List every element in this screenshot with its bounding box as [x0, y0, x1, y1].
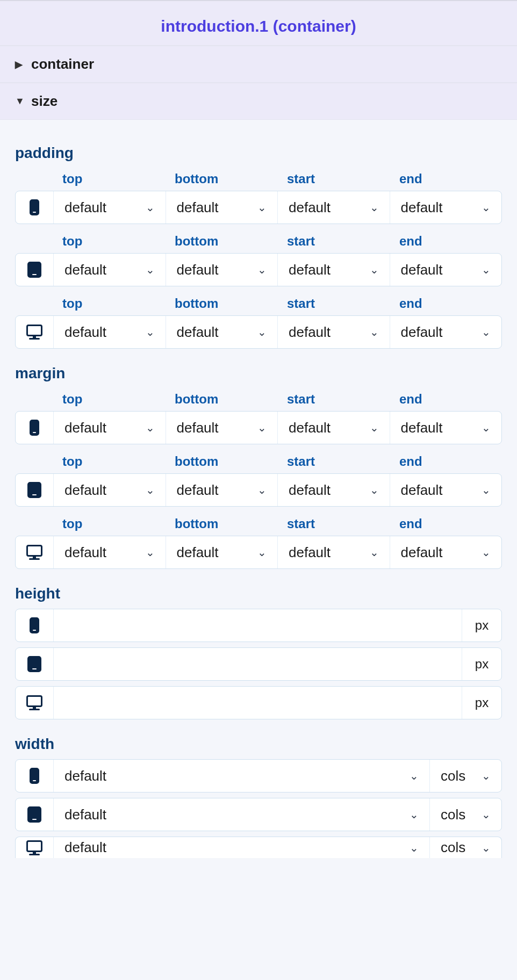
panel-title: introduction.1 (container): [0, 0, 517, 46]
chevron-down-icon: ⌄: [146, 201, 155, 214]
chevron-down-icon: ⌄: [482, 841, 491, 854]
label-width: width: [15, 736, 502, 753]
padding-desktop-bottom[interactable]: default⌄: [166, 316, 278, 348]
margin-row-desktop: default⌄ default⌄ default⌄ default⌄: [15, 536, 502, 569]
margin-row-mobile: default⌄ default⌄ default⌄ default⌄: [15, 411, 502, 444]
desktop-icon: [26, 695, 42, 707]
height-mobile-input[interactable]: [53, 609, 462, 642]
col-end: end: [390, 171, 502, 186]
margin-desktop-bottom[interactable]: default⌄: [166, 536, 278, 568]
padding-row-mobile: default⌄ default⌄ default⌄ default⌄: [15, 191, 502, 224]
height-row-tablet: px: [15, 647, 502, 681]
col-top: top: [53, 516, 165, 531]
desktop-icon: [26, 840, 42, 852]
chevron-down-icon: ⌄: [410, 808, 419, 821]
tablet-icon: [27, 656, 41, 672]
section-container[interactable]: ▶ container: [0, 46, 517, 83]
chevron-down-icon: ⌄: [146, 326, 155, 338]
col-end: end: [390, 234, 502, 249]
section-size[interactable]: ▼ size: [0, 83, 517, 120]
padding-header-desktop: top bottom start end: [15, 296, 502, 311]
margin-mobile-bottom[interactable]: default⌄: [166, 412, 278, 444]
chevron-down-icon: ⌄: [257, 201, 267, 214]
desktop-icon: [26, 545, 42, 557]
chevron-down-icon: ⌄: [370, 546, 379, 559]
col-bottom: bottom: [165, 171, 277, 186]
width-mobile-unit[interactable]: cols⌄: [429, 760, 501, 792]
padding-row-desktop: default⌄ default⌄ default⌄ default⌄: [15, 315, 502, 349]
margin-mobile-start[interactable]: default⌄: [277, 412, 390, 444]
section-label-size: size: [31, 93, 58, 110]
col-top: top: [53, 234, 165, 249]
chevron-down-icon: ⌄: [482, 326, 491, 338]
height-tablet-unit: px: [462, 648, 501, 680]
padding-desktop-end[interactable]: default⌄: [390, 316, 502, 348]
margin-tablet-end[interactable]: default⌄: [390, 474, 502, 506]
height-mobile-unit: px: [462, 609, 501, 642]
padding-header-mobile: top bottom start end: [15, 171, 502, 186]
margin-tablet-bottom[interactable]: default⌄: [166, 474, 278, 506]
chevron-down-icon: ⌄: [146, 546, 155, 559]
chevron-down-icon: ⌄: [370, 326, 379, 338]
width-tablet-unit[interactable]: cols⌄: [429, 798, 501, 831]
chevron-down-icon: ⌄: [370, 484, 379, 496]
margin-desktop-start[interactable]: default⌄: [277, 536, 390, 568]
height-desktop-input[interactable]: [53, 687, 462, 719]
section-label-container: container: [31, 56, 94, 73]
chevron-down-icon: ⌄: [482, 808, 491, 821]
col-start: start: [277, 296, 390, 311]
padding-desktop-start[interactable]: default⌄: [277, 316, 390, 348]
padding-tablet-bottom[interactable]: default⌄: [166, 254, 278, 286]
chevron-down-icon: ⌄: [410, 841, 419, 854]
col-bottom: bottom: [165, 392, 277, 407]
padding-tablet-start[interactable]: default⌄: [277, 254, 390, 286]
padding-tablet-top[interactable]: default⌄: [53, 254, 166, 286]
width-tablet-select[interactable]: default⌄: [53, 798, 429, 831]
tablet-icon: [27, 482, 41, 498]
height-tablet-input[interactable]: [53, 648, 462, 680]
chevron-down-icon: ⌄: [482, 546, 491, 559]
chevron-down-icon: ⌄: [257, 484, 267, 496]
margin-desktop-top[interactable]: default⌄: [53, 536, 166, 568]
height-desktop-unit: px: [462, 687, 501, 719]
margin-desktop-end[interactable]: default⌄: [390, 536, 502, 568]
width-row-tablet: default⌄ cols⌄: [15, 798, 502, 831]
col-bottom: bottom: [165, 516, 277, 531]
margin-mobile-top[interactable]: default⌄: [53, 412, 166, 444]
margin-tablet-start[interactable]: default⌄: [277, 474, 390, 506]
width-desktop-select[interactable]: default⌄: [53, 837, 429, 858]
padding-desktop-top[interactable]: default⌄: [53, 316, 166, 348]
col-start: start: [277, 234, 390, 249]
col-start: start: [277, 454, 390, 469]
chevron-down-icon: ⌄: [482, 484, 491, 496]
chevron-down-icon: ⌄: [370, 421, 379, 434]
chevron-down-icon: ⌄: [370, 201, 379, 214]
padding-row-tablet: default⌄ default⌄ default⌄ default⌄: [15, 253, 502, 286]
padding-mobile-end[interactable]: default⌄: [390, 191, 502, 224]
col-start: start: [277, 171, 390, 186]
padding-tablet-end[interactable]: default⌄: [390, 254, 502, 286]
mobile-icon: [30, 768, 39, 784]
margin-header-desktop: top bottom start end: [15, 516, 502, 531]
width-mobile-select[interactable]: default⌄: [53, 760, 429, 792]
chevron-down-icon: ⌄: [482, 201, 491, 214]
chevron-down-icon: ⌄: [482, 263, 491, 276]
margin-mobile-end[interactable]: default⌄: [390, 412, 502, 444]
chevron-right-icon: ▶: [15, 59, 24, 70]
tablet-icon: [27, 806, 41, 823]
width-desktop-unit[interactable]: cols⌄: [429, 837, 501, 858]
padding-mobile-start[interactable]: default⌄: [277, 191, 390, 224]
col-start: start: [277, 392, 390, 407]
padding-mobile-top[interactable]: default⌄: [53, 191, 166, 224]
padding-mobile-bottom[interactable]: default⌄: [166, 191, 278, 224]
chevron-down-icon: ⌄: [146, 263, 155, 276]
col-top: top: [53, 296, 165, 311]
chevron-down-icon: ⌄: [482, 421, 491, 434]
col-end: end: [390, 516, 502, 531]
tablet-icon: [27, 262, 41, 278]
label-height: height: [15, 585, 502, 602]
col-bottom: bottom: [165, 234, 277, 249]
col-end: end: [390, 454, 502, 469]
margin-tablet-top[interactable]: default⌄: [53, 474, 166, 506]
label-margin: margin: [15, 365, 502, 382]
